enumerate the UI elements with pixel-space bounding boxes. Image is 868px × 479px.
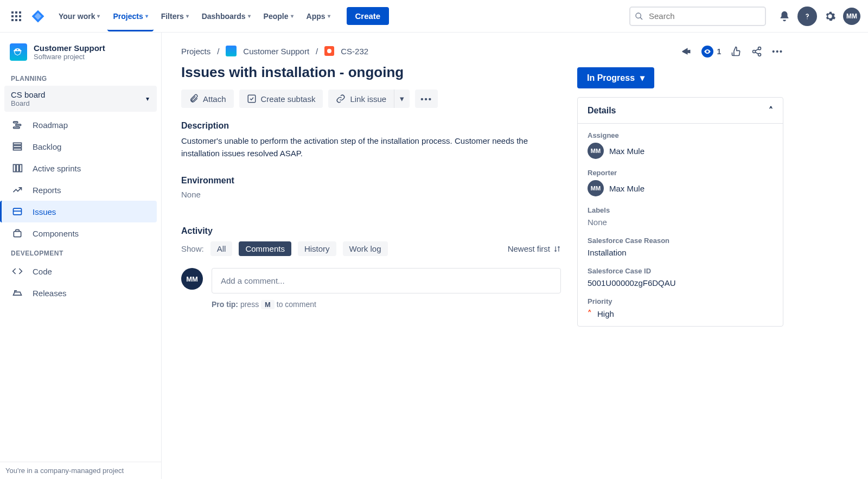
sidebar-item-reports[interactable]: Reports: [4, 179, 157, 201]
breadcrumb-projects[interactable]: Projects: [181, 47, 210, 56]
tab-history[interactable]: History: [298, 241, 336, 256]
details-header[interactable]: Details ˄: [578, 98, 783, 124]
share-icon[interactable]: [751, 46, 762, 57]
feedback-icon[interactable]: [681, 46, 692, 57]
top-bar: Your work▾ Projects▾ Filters▾ Dashboards…: [0, 0, 868, 33]
jira-logo-icon[interactable]: [30, 9, 46, 24]
attach-button[interactable]: Attach: [181, 90, 234, 108]
svg-rect-14: [14, 127, 20, 129]
sidebar-item-code[interactable]: Code: [4, 260, 157, 282]
sort-button[interactable]: Newest first: [508, 244, 561, 253]
sidebar: ⛑ Customer Support Software project PLAN…: [0, 33, 162, 479]
reporter-avatar: MM: [588, 180, 604, 196]
more-actions-button[interactable]: •••: [415, 90, 438, 108]
field-label: Priority: [588, 297, 773, 305]
chevron-up-icon: ˄: [769, 105, 773, 116]
nav-apps[interactable]: Apps▾: [301, 1, 336, 31]
field-labels[interactable]: Labels None: [588, 206, 773, 227]
help-icon[interactable]: [797, 7, 817, 26]
chevron-down-icon: ▾: [146, 95, 149, 103]
sidebar-item-label: Reports: [33, 186, 61, 195]
watchers-button[interactable]: 1: [701, 46, 721, 58]
sidebar-item-components[interactable]: Components: [4, 222, 157, 244]
svg-point-26: [753, 50, 756, 53]
nav-projects[interactable]: Projects▾: [107, 1, 153, 31]
field-label: Reporter: [588, 169, 773, 177]
create-subtask-button[interactable]: Create subtask: [239, 90, 323, 108]
project-type: Software project: [34, 53, 105, 61]
field-priority[interactable]: Priority ˄High: [588, 297, 773, 318]
svg-line-10: [640, 17, 642, 20]
svg-point-27: [758, 53, 761, 56]
issue-content: Projects / Customer Support / CS-232 Iss…: [181, 46, 561, 479]
search-icon: [635, 12, 643, 21]
nav-dashboards[interactable]: Dashboards▾: [196, 1, 256, 31]
user-avatar[interactable]: MM: [843, 8, 860, 25]
field-sf-id[interactable]: Salesforce Case ID 5001U00000zgF6DQAU: [588, 267, 773, 288]
sidebar-item-releases[interactable]: Releases: [4, 282, 157, 304]
link-issue-dropdown[interactable]: ▾: [394, 90, 410, 108]
sort-label: Newest first: [508, 244, 550, 253]
breadcrumb-issue-key[interactable]: CS-232: [341, 47, 368, 56]
description-text[interactable]: Customer's unable to perform the activat…: [181, 135, 528, 159]
comment-input[interactable]: Add a comment...: [212, 268, 561, 293]
field-assignee[interactable]: Assignee MMMax Mule: [588, 131, 773, 159]
svg-rect-18: [14, 164, 16, 171]
sidebar-item-label: Active sprints: [33, 164, 81, 173]
section-planning: PLANNING: [4, 69, 157, 86]
notifications-icon[interactable]: [775, 7, 794, 26]
status-label: In Progress: [587, 73, 635, 83]
sidebar-item-sprints[interactable]: Active sprints: [4, 157, 157, 179]
svg-point-25: [758, 47, 761, 50]
assignee-avatar: MM: [588, 143, 604, 159]
nav-filters[interactable]: Filters▾: [156, 1, 194, 31]
issue-type-icon: [324, 46, 334, 56]
project-header: ⛑ Customer Support Software project: [4, 43, 157, 69]
status-dropdown[interactable]: In Progress▾: [577, 67, 654, 88]
sidebar-item-roadmap[interactable]: Roadmap: [4, 114, 157, 136]
reporter-name: Max Mule: [609, 184, 644, 193]
svg-rect-17: [14, 148, 22, 150]
vote-icon[interactable]: [731, 46, 742, 57]
tab-worklog[interactable]: Work log: [343, 241, 388, 256]
field-reporter[interactable]: Reporter MMMax Mule: [588, 169, 773, 196]
search-input[interactable]: [629, 7, 766, 26]
svg-rect-20: [20, 164, 22, 171]
subtask-label: Create subtask: [261, 94, 316, 104]
issue-title[interactable]: Issues with installation - ongoing: [181, 64, 561, 81]
svg-rect-12: [14, 122, 18, 123]
svg-rect-13: [16, 124, 21, 126]
priority-value: High: [597, 309, 614, 318]
project-avatar-icon: [226, 46, 237, 56]
sidebar-item-backlog[interactable]: Backlog: [4, 136, 157, 157]
assignee-name: Max Mule: [609, 146, 644, 156]
releases-icon: [11, 288, 24, 298]
create-button[interactable]: Create: [347, 7, 390, 25]
field-sf-reason[interactable]: Salesforce Case Reason Installation: [588, 237, 773, 257]
link-issue-button[interactable]: Link issue: [328, 90, 394, 108]
activity-tabs: Show: All Comments History Work log Newe…: [181, 241, 561, 256]
environment-value[interactable]: None: [181, 190, 561, 199]
app-switcher-icon[interactable]: [8, 8, 25, 25]
board-selector[interactable]: CS board Board ▾: [4, 86, 157, 112]
kbd-key: M: [261, 300, 275, 309]
svg-rect-3: [11, 15, 14, 17]
nav-people[interactable]: People▾: [258, 1, 299, 31]
sidebar-footer: You're in a company-managed project: [0, 462, 161, 479]
sidebar-item-label: Backlog: [33, 142, 61, 151]
issues-icon: [11, 206, 24, 217]
tab-comments[interactable]: Comments: [239, 241, 291, 256]
tab-all[interactable]: All: [210, 241, 233, 256]
current-user-avatar: MM: [181, 268, 203, 290]
more-icon[interactable]: •••: [772, 47, 783, 56]
settings-icon[interactable]: [820, 7, 840, 26]
sidebar-item-issues[interactable]: Issues: [0, 201, 157, 222]
nav-your-work[interactable]: Your work▾: [53, 1, 105, 31]
board-icon: [11, 163, 24, 174]
breadcrumb-project[interactable]: Customer Support: [243, 47, 309, 56]
field-label: Assignee: [588, 131, 773, 139]
svg-rect-8: [19, 19, 21, 21]
board-sub: Board: [11, 99, 150, 107]
search-wrap: [629, 7, 766, 26]
attach-label: Attach: [203, 94, 226, 104]
